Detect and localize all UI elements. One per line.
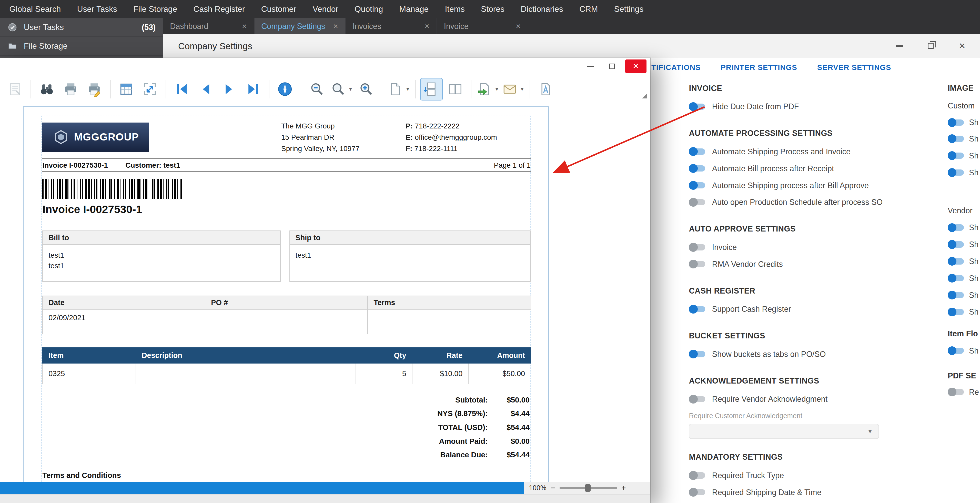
toggle-invoice[interactable] [689, 243, 705, 252]
right-toggle-8[interactable] [948, 240, 964, 249]
right-setting-row-10: Sh [948, 273, 978, 283]
menu-item-items[interactable]: Items [437, 0, 473, 18]
preview-close-button[interactable]: ✕ [625, 59, 646, 73]
barcode [42, 179, 182, 199]
zoom-slider[interactable] [560, 487, 617, 489]
toggle-automate-bill-process-after-receipt[interactable] [689, 164, 705, 173]
preview-minimize-button[interactable] [583, 60, 599, 73]
right-toggle-14[interactable] [948, 346, 964, 355]
sidebar-item-label: File Storage [24, 41, 68, 51]
page-setup-icon[interactable] [115, 78, 138, 100]
tab-dashboard[interactable]: Dashboard✕ [163, 18, 255, 34]
menu-item-dictionaries[interactable]: Dictionaries [513, 0, 571, 18]
toolbar-options-icon[interactable] [642, 94, 647, 99]
right-toggle-11[interactable] [948, 291, 964, 299]
items-header-cell: Qty [356, 348, 412, 363]
menu-item-user-tasks[interactable]: User Tasks [69, 0, 125, 18]
next-page-icon[interactable] [218, 78, 241, 100]
first-page-icon[interactable] [171, 78, 193, 100]
menu-item-settings[interactable]: Settings [606, 0, 652, 18]
toggle-required-shipping-date-time[interactable] [689, 488, 705, 497]
menu-item-vendor[interactable]: Vendor [304, 0, 347, 18]
send-email-icon[interactable]: ▼ [501, 78, 525, 100]
zoom-tool-icon[interactable]: ▼ [329, 78, 353, 100]
settings-tab-tifications[interactable]: TIFICATIONS [651, 63, 701, 72]
tab-invoices[interactable]: Invoices✕ [346, 18, 437, 34]
company-address-line2: Spring Valley, NY, 10977 [281, 143, 360, 154]
tab-invoice[interactable]: Invoice✕ [437, 18, 528, 34]
tab-close-icon[interactable]: ✕ [515, 22, 521, 30]
zoom-slider-thumb[interactable] [585, 484, 590, 492]
toggle-auto-open-production-schedule-after-process-so[interactable] [689, 198, 705, 207]
sidebar-item-file-storage[interactable]: File Storage [0, 37, 163, 56]
search-icon[interactable] [36, 78, 58, 100]
tab-company-settings[interactable]: Company Settings✕ [255, 18, 346, 34]
page-layout-icon[interactable]: ▼ [387, 78, 410, 100]
right-toggle-16[interactable] [948, 388, 964, 396]
preview-maximize-button[interactable] [604, 60, 620, 73]
toggle-support-cash-register[interactable] [689, 305, 705, 314]
application-window: Global SearchUser TasksFile StorageCash … [0, 0, 980, 503]
menu-item-file-storage[interactable]: File Storage [125, 0, 185, 18]
right-toggle-7[interactable] [948, 223, 964, 232]
zoom-in-icon[interactable] [355, 78, 377, 100]
window-minimize-button[interactable] [884, 37, 915, 56]
continuous-view-icon[interactable] [420, 78, 443, 100]
toggle-automate-shipping-process-and-invoice[interactable] [689, 147, 705, 156]
menu-item-quoting[interactable]: Quoting [347, 0, 391, 18]
toggle-required-truck-type[interactable] [689, 471, 705, 480]
toggle-show-buckets-as-tabs-on-po-so[interactable] [689, 350, 705, 358]
toggle-require-vendor-acknowledgment[interactable] [689, 395, 705, 404]
horizontal-scrollbar[interactable] [0, 482, 524, 494]
toolbar-separator [471, 80, 471, 99]
hand-tool-icon[interactable] [274, 78, 296, 100]
right-toggle-2[interactable] [948, 118, 964, 127]
setting-label: Sh [969, 346, 978, 355]
settings-tab-printer-settings[interactable]: PRINTER SETTINGS [721, 63, 797, 72]
scale-icon[interactable] [139, 78, 161, 100]
export-document-icon[interactable]: ▼ [476, 78, 500, 100]
invoice-totals: Subtotal:$50.00NYS (8.875%):$4.44TOTAL (… [317, 393, 530, 462]
zoom-slider-minus[interactable]: − [551, 484, 555, 492]
previous-page-icon[interactable] [194, 78, 217, 100]
menu-item-global-search[interactable]: Global Search [1, 0, 69, 18]
menu-item-customer[interactable]: Customer [253, 0, 304, 18]
setting-label: Sh [969, 118, 978, 127]
customer-acknowledgement-select[interactable]: ▼ [689, 424, 879, 439]
watermark-icon[interactable] [535, 78, 557, 100]
right-toggle-12[interactable] [948, 308, 964, 316]
window-close-button[interactable]: ✕ [947, 37, 978, 56]
zoom-slider-plus[interactable]: + [621, 484, 626, 492]
sidebar-item-user-tasks[interactable]: User Tasks(53) [0, 18, 163, 37]
tab-close-icon[interactable]: ✕ [424, 22, 430, 30]
document-map-icon[interactable] [4, 78, 26, 100]
zoom-percentage: 100% [529, 484, 547, 492]
settings-tab-server-settings[interactable]: SERVER SETTINGS [817, 63, 891, 72]
tab-close-icon[interactable]: ✕ [333, 22, 338, 30]
right-toggle-5[interactable] [948, 168, 964, 177]
toggle-rma-vendor-credits[interactable] [689, 260, 705, 268]
bill-to-lines: test1test1 [43, 245, 280, 276]
toggle-automate-shipping-process-after-bill-approve[interactable] [689, 181, 705, 190]
menu-item-cash-register[interactable]: Cash Register [185, 0, 253, 18]
toggle-hide-due-date-from-pdf[interactable] [689, 102, 705, 111]
right-toggle-10[interactable] [948, 274, 964, 283]
print-icon[interactable] [59, 78, 82, 100]
menu-item-crm[interactable]: CRM [571, 0, 606, 18]
quick-print-icon[interactable] [83, 78, 106, 100]
right-toggle-3[interactable] [948, 134, 964, 143]
setting-label: Sh [969, 291, 978, 300]
zoom-out-icon[interactable] [305, 78, 328, 100]
menu-item-manage[interactable]: Manage [391, 0, 437, 18]
total-value: $54.44 [488, 451, 530, 459]
bill-to-header: Bill to [43, 231, 280, 245]
toolbar-separator [165, 80, 166, 99]
tab-close-icon[interactable]: ✕ [242, 22, 247, 30]
right-toggle-9[interactable] [948, 257, 964, 266]
right-toggle-4[interactable] [948, 151, 964, 160]
menu-item-stores[interactable]: Stores [473, 0, 513, 18]
company-contact-block: P: 718-222-2222 E: office@themgggroup.co… [406, 121, 497, 154]
last-page-icon[interactable] [242, 78, 264, 100]
window-restore-button[interactable] [915, 37, 947, 56]
facing-view-icon[interactable] [444, 78, 466, 100]
